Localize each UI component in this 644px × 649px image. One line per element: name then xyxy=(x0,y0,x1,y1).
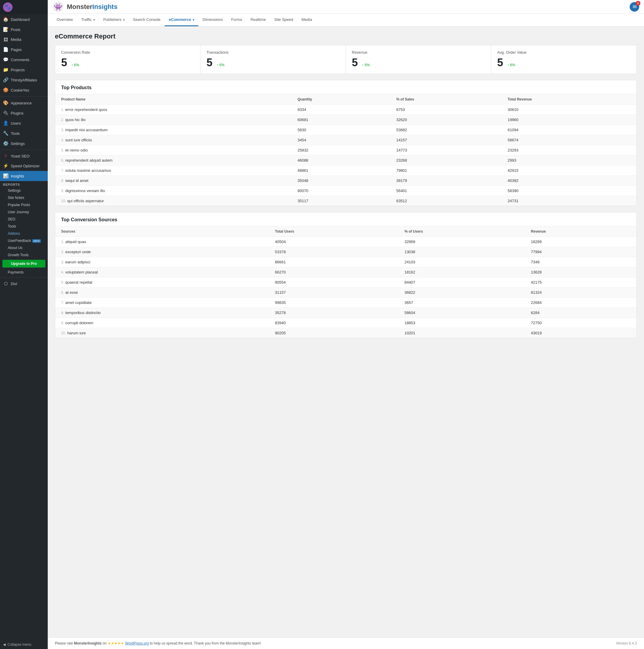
cell-quantity: 8334 xyxy=(291,105,390,115)
submenu-growth-tools[interactable]: Growth Tools xyxy=(0,251,48,259)
submenu-seo[interactable]: SEO xyxy=(0,216,48,223)
table-row: 3.impedit nisi accusantium 5830 53682 61… xyxy=(55,125,637,135)
stat-change-conversion: ↑ 6% xyxy=(71,63,79,67)
monster-logo-icon: 👾 xyxy=(52,1,64,12)
cell-total-users: 35278 xyxy=(269,308,398,318)
cell-total-users: 53378 xyxy=(269,247,398,257)
sidebar-item-comments[interactable]: 💬 Comments xyxy=(0,54,48,65)
cell-pct-sales: 39179 xyxy=(390,176,502,186)
cell-pct-users: 32969 xyxy=(398,237,525,247)
submenu-userfeedback[interactable]: UserFeedback xyxy=(0,237,48,244)
cell-revenue: 77994 xyxy=(525,247,637,257)
sidebar-item-cookieyes[interactable]: 🍪 CookieYes xyxy=(0,85,48,95)
tab-media[interactable]: Media xyxy=(297,14,316,26)
footer-on: on xyxy=(102,641,108,645)
sidebar-item-posts[interactable]: 📝 Posts xyxy=(0,25,48,35)
submenu-settings[interactable]: Settings xyxy=(0,187,48,194)
cell-pct-users: 24103 xyxy=(398,257,525,267)
sidebar-item-speed[interactable]: ⚡ Speed Optimizer xyxy=(0,161,48,171)
submenu-user-journey[interactable]: User Journey xyxy=(0,209,48,216)
cell-pct-sales: 14773 xyxy=(390,145,502,156)
table-row: 6.reprehenderit aliquid autem 46088 2326… xyxy=(55,156,637,166)
projects-icon: 📁 xyxy=(3,67,8,73)
cell-total-users: 99835 xyxy=(269,298,398,308)
navtabs: Overview Traffic ▾ Publishers ▾ Search C… xyxy=(48,14,644,27)
tab-realtime[interactable]: Realtime xyxy=(246,14,270,26)
cell-revenue: 72750 xyxy=(525,318,637,328)
sidebar-item-dashboard[interactable]: 🏠 Dashboard xyxy=(0,14,48,25)
submenu-site-notes[interactable]: Site Notes xyxy=(0,194,48,201)
cell-revenue: 18289 xyxy=(525,237,637,247)
submenu-about-us[interactable]: About Us xyxy=(0,244,48,251)
cell-product-name: 5.et nemo odio xyxy=(55,145,291,156)
cell-pct-sales: 23268 xyxy=(390,156,502,166)
tab-traffic[interactable]: Traffic ▾ xyxy=(77,14,99,26)
cell-source: 8.temporibus distinctio xyxy=(55,308,269,318)
sidebar-item-divi[interactable]: ⬡ Divi xyxy=(0,278,48,289)
col-pct-users: % of Users xyxy=(398,226,525,237)
sidebar-item-yoast[interactable]: Y Yoast SEO xyxy=(0,151,48,161)
page-title: eCommerce Report xyxy=(55,33,637,40)
sidebar-item-projects[interactable]: 📁 Projects xyxy=(0,65,48,75)
sidebar-item-appearance[interactable]: 🎨 Appearance xyxy=(0,98,48,108)
table-row: 2.quos hic illo 60681 32620 19960 xyxy=(55,115,637,125)
submenu-addons[interactable]: Addons xyxy=(0,230,48,237)
submenu-tools[interactable]: Tools xyxy=(0,223,48,230)
ecommerce-dropdown-icon: ▾ xyxy=(193,18,194,21)
sidebar-item-plugins[interactable]: 🔌 Plugins xyxy=(0,108,48,118)
tab-ecommerce[interactable]: eCommerce ▾ xyxy=(165,14,198,26)
cell-pct-users: 18853 xyxy=(398,318,525,328)
cell-pct-sales: 6753 xyxy=(390,105,502,115)
sidebar-item-media[interactable]: 🖼 Media xyxy=(0,35,48,44)
table-row: 3.earum adipisci 86661 24103 7348 xyxy=(55,257,637,267)
top-conversion-sources-section: Top Conversion Sources Sources Total Use… xyxy=(55,212,637,338)
admin-notifications-icon[interactable]: ✉ 0 xyxy=(630,2,639,12)
yoast-icon: Y xyxy=(3,154,8,158)
appearance-icon: 🎨 xyxy=(3,100,8,105)
footer-brand: MonsterInsights xyxy=(74,641,102,645)
media-icon: 🖼 xyxy=(3,37,8,42)
brand-name: MonsterInsights xyxy=(67,3,118,11)
plugins-icon: 🔌 xyxy=(3,111,8,116)
submenu-payments[interactable]: Payments xyxy=(0,269,48,276)
footer: Please rate MonsterInsights on ★★★★★ Wor… xyxy=(48,637,644,649)
sidebar-item-settings[interactable]: ⚙️ Settings xyxy=(0,138,48,148)
wp-logo-icon: 🐾 xyxy=(3,2,12,12)
top-products-table: Product Name Quantity % of Sales Total R… xyxy=(55,94,637,206)
sidebar-item-label: Projects xyxy=(11,68,25,72)
collapse-menu-button[interactable]: ◀ Collapse menu xyxy=(0,640,48,649)
tab-overview[interactable]: Overview xyxy=(52,14,77,26)
col-sources: Sources xyxy=(55,226,269,237)
table-row: 9.dignissimos veniam illo 80070 56401 58… xyxy=(55,186,637,196)
top-products-title: Top Products xyxy=(55,80,637,94)
tab-forms[interactable]: Forms xyxy=(227,14,246,26)
col-total-users: Total Users xyxy=(269,226,398,237)
submenu-popular-posts[interactable]: Popular Posts xyxy=(0,201,48,209)
sidebar-item-users[interactable]: 👤 Users xyxy=(0,118,48,128)
upgrade-to-pro-button[interactable]: Upgrade to Pro xyxy=(2,260,45,267)
sidebar-item-thirsty[interactable]: 🔗 ThirstyAffiliates xyxy=(0,75,48,85)
footer-prefix: Please rate xyxy=(55,641,74,645)
tab-publishers[interactable]: Publishers ▾ xyxy=(99,14,129,26)
table-row: 8.sequi id amet 35048 39179 40392 xyxy=(55,176,637,186)
tab-site-speed[interactable]: Site Speed xyxy=(270,14,297,26)
tab-search-console[interactable]: Search Console xyxy=(129,14,165,26)
cell-total-revenue: 40392 xyxy=(502,176,637,186)
sidebar-item-tools[interactable]: 🔧 Tools xyxy=(0,128,48,138)
table-row: 4.sunt iure officiis 3454 14157 58674 xyxy=(55,135,637,145)
stat-value-avg-order: 5 xyxy=(497,56,503,69)
tab-dimensions[interactable]: Dimensions xyxy=(198,14,227,26)
cell-quantity: 35048 xyxy=(291,176,390,186)
topbar-brand: 👾 MonsterInsights xyxy=(52,1,118,12)
publishers-dropdown-icon: ▾ xyxy=(123,18,125,21)
col-quantity: Quantity xyxy=(291,94,390,105)
cell-quantity: 35117 xyxy=(291,196,390,206)
sidebar-item-insights[interactable]: 📊 Insights xyxy=(0,171,48,181)
cell-total-revenue: 58674 xyxy=(502,135,637,145)
footer-wp-link[interactable]: WordPress.org xyxy=(125,641,149,645)
cell-revenue: 7348 xyxy=(525,257,637,267)
sidebar: 🐾 🏠 Dashboard 📝 Posts 🖼 Media 📄 Pages 💬 … xyxy=(0,0,48,649)
sidebar-item-label: Settings xyxy=(11,141,25,146)
sidebar-item-pages[interactable]: 📄 Pages xyxy=(0,44,48,54)
cell-total-users: 90554 xyxy=(269,277,398,288)
